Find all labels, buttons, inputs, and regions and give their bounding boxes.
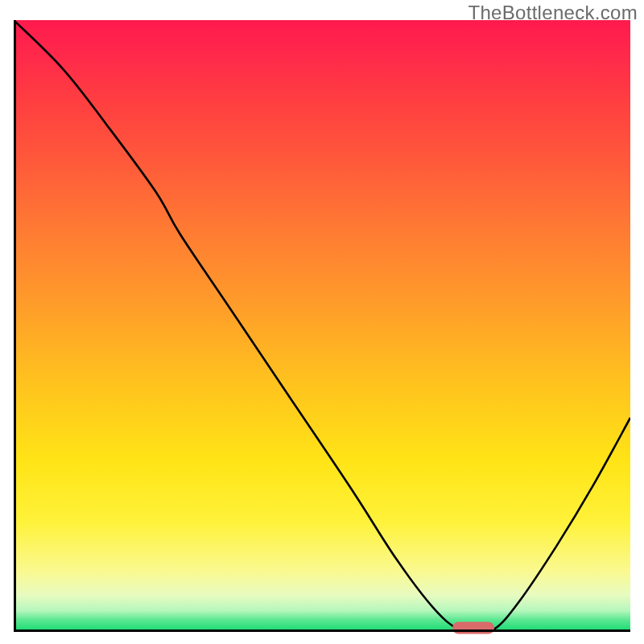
- y-axis: [14, 20, 16, 632]
- optimum-marker-icon: [452, 622, 494, 634]
- watermark-text: TheBottleneck.com: [468, 2, 638, 24]
- curve-path: [14, 20, 630, 631]
- bottleneck-curve: [14, 20, 630, 632]
- plot-area: [14, 20, 630, 632]
- x-axis: [14, 630, 630, 632]
- chart-container: { "watermark": "TheBottleneck.com", "col…: [0, 0, 644, 644]
